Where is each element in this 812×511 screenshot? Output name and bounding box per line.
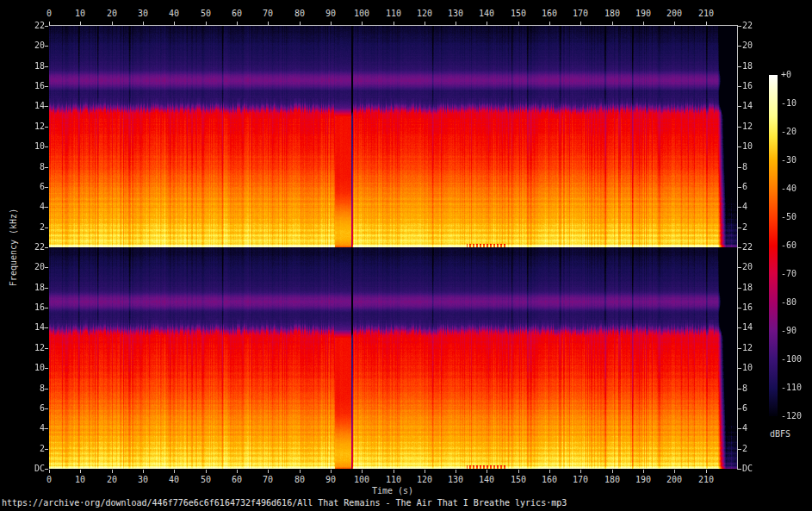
time-tick-label: 210	[698, 9, 714, 19]
time-tick-mark	[612, 470, 613, 473]
freq-tick-label: 2	[21, 222, 45, 233]
time-tick-mark	[487, 470, 487, 473]
time-tick-label: 160	[542, 475, 557, 485]
time-tick-mark	[237, 22, 238, 25]
freq-tick-label: 20	[21, 41, 45, 51]
time-tick-mark	[518, 22, 519, 25]
time-tick-mark	[706, 22, 707, 25]
freq-tick-mark	[738, 106, 741, 107]
freq-tick-label: 14	[742, 101, 753, 111]
time-tick-mark	[549, 470, 550, 473]
time-tick-mark	[580, 470, 581, 473]
spectrogram-view: Frequency (kHz) Time (s) dBFS https://ar…	[0, 0, 812, 511]
time-tick-mark	[643, 470, 644, 473]
time-tick-mark	[518, 470, 519, 473]
freq-tick-mark	[738, 86, 741, 87]
time-tick-label: 70	[263, 475, 273, 485]
freq-tick-mark	[45, 46, 48, 47]
colorbar-tick-label: -70	[781, 269, 797, 279]
freq-tick-mark	[45, 86, 48, 87]
freq-tick-label: 4	[21, 202, 45, 212]
file-url-caption: https://archive·org/download/446f776e6c6…	[2, 497, 567, 508]
time-tick-label: 40	[169, 9, 179, 19]
freq-tick-mark	[738, 187, 741, 188]
freq-tick-mark	[45, 26, 48, 27]
freq-tick-mark	[45, 348, 48, 349]
freq-tick-label: 2	[742, 222, 747, 233]
freq-tick-mark	[738, 66, 741, 67]
time-tick-mark	[612, 22, 613, 25]
time-tick-label: 50	[201, 9, 211, 19]
freq-tick-mark	[45, 146, 48, 147]
time-tick-label: 150	[511, 9, 526, 19]
freq-tick-label: 16	[21, 302, 45, 313]
freq-tick-label: 12	[21, 122, 45, 132]
colorbar-tick-label: -60	[781, 240, 797, 251]
time-tick-mark	[268, 470, 269, 473]
time-tick-mark	[206, 22, 207, 25]
freq-tick-label: 4	[742, 423, 747, 433]
time-tick-label: 20	[107, 475, 117, 485]
time-tick-label: 10	[75, 475, 85, 485]
time-tick-mark	[674, 470, 675, 473]
time-tick-mark	[80, 470, 81, 473]
freq-tick-mark	[45, 207, 48, 208]
time-tick-mark	[362, 470, 363, 473]
time-tick-label: 100	[354, 475, 369, 485]
time-tick-label: 190	[635, 475, 651, 485]
colorbar-tick-label: -120	[781, 411, 802, 421]
time-tick-mark	[206, 470, 207, 473]
freq-tick-mark	[738, 127, 741, 128]
freq-tick-mark	[45, 327, 48, 328]
time-tick-label: 210	[698, 475, 714, 485]
freq-tick-label: 8	[742, 383, 747, 394]
freq-tick-mark	[45, 368, 48, 369]
time-tick-mark	[49, 22, 50, 25]
time-tick-mark	[112, 22, 113, 25]
time-tick-mark	[174, 22, 175, 25]
time-tick-label: 90	[325, 475, 336, 485]
time-tick-mark	[362, 22, 363, 25]
time-tick-mark	[174, 470, 175, 473]
time-tick-mark	[549, 22, 550, 25]
time-tick-label: 20	[107, 9, 117, 19]
freq-tick-mark	[738, 146, 741, 147]
time-tick-label: 60	[232, 9, 242, 19]
time-tick-mark	[331, 470, 332, 473]
freq-axis-title: Frequency (kHz)	[9, 209, 18, 286]
freq-tick-mark	[45, 308, 48, 308]
freq-tick-mark	[45, 408, 48, 409]
time-tick-mark	[643, 22, 644, 25]
time-tick-label: 130	[448, 475, 463, 485]
time-tick-mark	[143, 22, 144, 25]
freq-tick-label: 10	[742, 141, 753, 152]
time-tick-mark	[425, 22, 425, 25]
time-tick-mark	[80, 22, 81, 25]
freq-tick-mark	[738, 389, 741, 389]
time-tick-label: 180	[604, 475, 620, 485]
freq-tick-label: 12	[21, 343, 45, 353]
time-tick-mark	[674, 22, 675, 25]
freq-tick-label: 16	[742, 81, 753, 91]
time-tick-mark	[487, 22, 487, 25]
freq-tick-mark	[45, 227, 48, 228]
freq-tick-label: 10	[21, 363, 45, 373]
freq-tick-mark	[45, 187, 48, 188]
freq-tick-mark	[738, 449, 741, 450]
freq-tick-label: 4	[21, 423, 45, 433]
freq-tick-mark	[45, 247, 48, 248]
freq-tick-mark	[738, 26, 741, 27]
time-tick-label: 10	[75, 9, 85, 19]
time-tick-mark	[425, 470, 425, 473]
time-tick-label: 200	[666, 9, 682, 19]
freq-tick-mark	[738, 428, 741, 429]
colorbar-tick-label: -10	[781, 98, 797, 109]
time-tick-label: 110	[386, 475, 401, 485]
colorbar-tick-label: -50	[781, 212, 797, 222]
time-tick-label: 80	[294, 9, 305, 19]
freq-tick-label: 4	[742, 202, 747, 212]
freq-tick-label: 10	[21, 141, 45, 152]
freq-tick-mark	[45, 106, 48, 107]
time-tick-mark	[143, 470, 144, 473]
colorbar-tick-label: -20	[781, 127, 797, 137]
